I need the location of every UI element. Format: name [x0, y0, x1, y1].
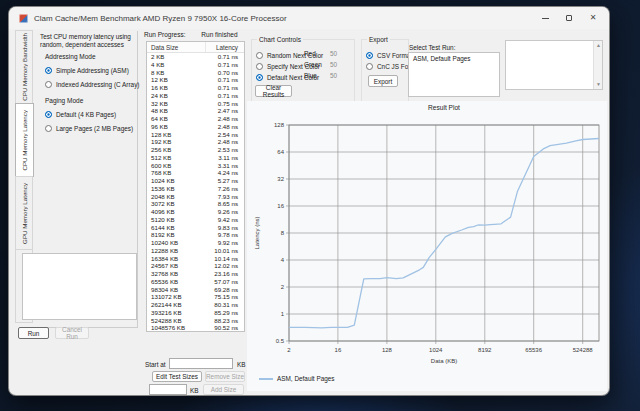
- paging-mode-label: Paging Mode: [45, 97, 133, 104]
- table-row[interactable]: 2048 KB7.93 ns: [147, 193, 244, 201]
- select-test-run-listbox[interactable]: ASM, Default Pages: [408, 52, 500, 97]
- table-row[interactable]: 1536 KB7.26 ns: [147, 185, 244, 193]
- table-row[interactable]: 8 KB0.70 ns: [147, 69, 244, 77]
- scroll-up-icon[interactable]: ▲: [594, 41, 603, 50]
- column-header-data-size[interactable]: Data Size: [147, 42, 206, 52]
- table-row[interactable]: 393216 KB85.29 ns: [147, 309, 244, 317]
- table-row[interactable]: 8192 KB9.78 ns: [147, 231, 244, 239]
- add-size-button[interactable]: Add Size: [203, 384, 244, 395]
- output-scrollbar[interactable]: ▲ ▼: [593, 41, 602, 89]
- status-listbox[interactable]: [22, 253, 137, 320]
- table-row[interactable]: 12 KB0.71 ns: [147, 76, 244, 84]
- cell-latency: 2.54 ns: [200, 131, 244, 139]
- radio-label: Indexed Addressing (C Array): [56, 81, 139, 88]
- radio-icon: [256, 52, 263, 59]
- export-label: Export: [367, 36, 390, 43]
- table-row[interactable]: 256 KB2.53 ns: [147, 146, 244, 154]
- list-item[interactable]: ASM, Default Pages: [409, 53, 499, 62]
- cell-data-size: 3072 KB: [147, 200, 200, 208]
- table-row[interactable]: 128 KB2.54 ns: [147, 131, 244, 139]
- scroll-down-icon[interactable]: ▼: [594, 80, 603, 89]
- svg-text:16: 16: [277, 203, 284, 209]
- close-button[interactable]: ✕: [581, 7, 605, 29]
- table-row[interactable]: 192 KB2.48 ns: [147, 138, 244, 146]
- table-row[interactable]: 262144 KB80.31 ns: [147, 301, 244, 309]
- add-size-input[interactable]: [149, 384, 187, 395]
- table-row[interactable]: 32768 KB23.16 ns: [147, 270, 244, 278]
- table-row[interactable]: 48 KB2.47 ns: [147, 107, 244, 115]
- table-row[interactable]: 16 KB0.71 ns: [147, 84, 244, 92]
- cell-latency: 0.71 ns: [200, 53, 244, 61]
- table-row[interactable]: 524288 KB88.23 ns: [147, 317, 244, 325]
- table-row[interactable]: 12288 KB10.01 ns: [147, 247, 244, 255]
- svg-text:2: 2: [281, 284, 285, 290]
- cell-data-size: 1024 KB: [147, 177, 200, 185]
- run-progress-status: Run finished: [201, 31, 237, 38]
- maximize-button[interactable]: [557, 7, 581, 29]
- table-row[interactable]: 131072 KB75.15 ns: [147, 293, 244, 301]
- table-row[interactable]: 768 KB4.24 ns: [147, 169, 244, 177]
- table-row[interactable]: 98304 KB69.28 ns: [147, 286, 244, 294]
- table-row[interactable]: 4096 KB9.26 ns: [147, 208, 244, 216]
- tab-cpu-memory-bandwidth[interactable]: CPU Memory Bandwidth: [15, 30, 33, 104]
- table-row[interactable]: 6144 KB9.83 ns: [147, 224, 244, 232]
- svg-text:128: 128: [274, 122, 285, 128]
- table-row[interactable]: 1048576 KB90.52 ns: [147, 324, 244, 332]
- titlebar[interactable]: Clam Cache/Mem Benchmark AMD Ryzen 9 795…: [9, 7, 609, 29]
- cell-latency: 9.78 ns: [200, 231, 244, 239]
- cell-latency: 12.02 ns: [200, 262, 244, 270]
- cancel-run-button[interactable]: Cancel Run: [55, 327, 89, 339]
- table-row[interactable]: 24567 KB12.02 ns: [147, 262, 244, 270]
- cell-data-size: 128 KB: [147, 131, 200, 139]
- table-row[interactable]: 24 KB0.71 ns: [147, 92, 244, 100]
- clear-results-button[interactable]: Clear Results: [255, 85, 292, 97]
- table-row[interactable]: 96 KB2.48 ns: [147, 123, 244, 131]
- table-row[interactable]: 65536 KB57.07 ns: [147, 278, 244, 286]
- radio-default-4-kb-pages[interactable]: Default (4 KB Pages): [45, 107, 133, 121]
- tab-label: CPU Memory Bandwidth: [21, 33, 28, 101]
- edit-test-sizes-button[interactable]: Edit Test Sizes: [152, 371, 202, 382]
- minimize-button[interactable]: [533, 7, 557, 29]
- table-row[interactable]: 1024 KB5.27 ns: [147, 177, 244, 185]
- run-button[interactable]: Run: [18, 327, 49, 339]
- table-row[interactable]: 600 KB3.31 ns: [147, 162, 244, 170]
- radio-simple-addressing-asm[interactable]: Simple Addressing (ASM): [45, 63, 139, 77]
- table-row[interactable]: 512 KB3.11 ns: [147, 154, 244, 162]
- radio-icon: [45, 125, 52, 132]
- cell-data-size: 768 KB: [147, 169, 200, 177]
- remove-size-button[interactable]: Remove Size: [205, 371, 245, 382]
- cell-data-size: 131072 KB: [147, 293, 200, 301]
- radio-large-pages-2-mb-pages[interactable]: Large Pages (2 MB Pages): [45, 121, 133, 135]
- cell-latency: 9.83 ns: [200, 224, 244, 232]
- export-button[interactable]: Export: [368, 75, 398, 87]
- table-row[interactable]: 16384 KB10.14 ns: [147, 255, 244, 263]
- rgb-label: Green: [304, 61, 330, 68]
- table-row[interactable]: 2 KB0.71 ns: [147, 53, 244, 61]
- radio-indexed-addressing-c-array[interactable]: Indexed Addressing (C Array): [45, 77, 139, 91]
- start-at-input[interactable]: [169, 358, 233, 369]
- svg-text:8192: 8192: [478, 347, 492, 353]
- cell-latency: 88.23 ns: [200, 317, 244, 325]
- column-header-latency[interactable]: Latency: [206, 44, 244, 51]
- cell-data-size: 600 KB: [147, 162, 200, 170]
- cell-latency: 85.29 ns: [200, 309, 244, 317]
- radio-icon: [256, 63, 263, 70]
- table-row[interactable]: 3072 KB8.65 ns: [147, 200, 244, 208]
- table-row[interactable]: 64 KB2.48 ns: [147, 115, 244, 123]
- cell-latency: 9.92 ns: [200, 239, 244, 247]
- results-table[interactable]: Data Size Latency 2 KB0.71 ns4 KB0.71 ns…: [146, 41, 245, 332]
- output-box[interactable]: ▲ ▼: [505, 40, 603, 90]
- table-row[interactable]: 32 KB0.75 ns: [147, 100, 244, 108]
- table-row[interactable]: 10240 KB9.92 ns: [147, 239, 244, 247]
- tab-cpu-memory-latency[interactable]: CPU Memory Latency: [15, 103, 34, 177]
- tab-gpu-memory-latency[interactable]: GPU Memory Latency: [15, 176, 33, 250]
- cell-data-size: 96 KB: [147, 123, 200, 131]
- table-row[interactable]: 5120 KB9.42 ns: [147, 216, 244, 224]
- cell-data-size: 24567 KB: [147, 262, 200, 270]
- cell-data-size: 6144 KB: [147, 224, 200, 232]
- table-row[interactable]: 4 KB0.71 ns: [147, 61, 244, 69]
- cell-data-size: 12 KB: [147, 76, 200, 84]
- tab-label: CPU Memory Latency: [21, 110, 28, 171]
- results-table-header[interactable]: Data Size Latency: [147, 42, 244, 53]
- cell-data-size: 16384 KB: [147, 255, 200, 263]
